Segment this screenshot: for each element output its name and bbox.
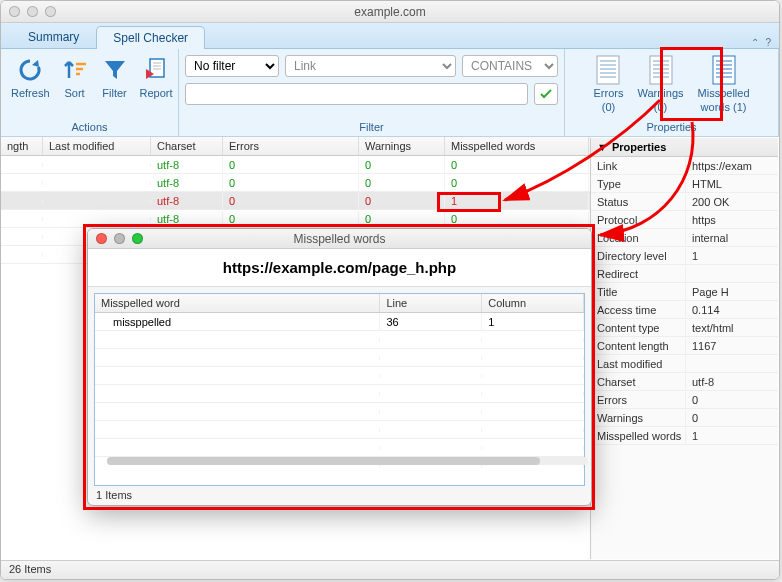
- col-column[interactable]: Column: [482, 294, 584, 312]
- close-icon[interactable]: [96, 233, 107, 244]
- document-icon: [646, 55, 676, 85]
- table-row[interactable]: utf-8000: [1, 210, 591, 228]
- filter-caption: Filter: [179, 119, 564, 136]
- property-row: Protocolhttps: [591, 211, 778, 229]
- property-row: Linkhttps://exam: [591, 157, 778, 175]
- misspelled-button[interactable]: Misspelled words (1): [694, 53, 754, 115]
- property-row: TitlePage H: [591, 283, 778, 301]
- filter-preset-select[interactable]: No filter: [185, 55, 279, 77]
- col-line[interactable]: Line: [380, 294, 482, 312]
- document-icon: [593, 55, 623, 85]
- property-row: Warnings0: [591, 409, 778, 427]
- check-icon: [539, 87, 553, 101]
- document-icon: [709, 55, 739, 85]
- property-row: Status200 OK: [591, 193, 778, 211]
- filter-icon: [100, 55, 130, 85]
- dialog-title: Misspelled words: [293, 232, 385, 246]
- help-icon[interactable]: ?: [765, 37, 771, 48]
- refresh-button[interactable]: Refresh: [7, 53, 54, 101]
- property-row: Redirect: [591, 265, 778, 283]
- disclosure-icon: ▼: [597, 141, 608, 153]
- table-row[interactable]: utf-8001: [1, 192, 591, 210]
- col-warnings[interactable]: Warnings: [359, 137, 445, 155]
- close-icon[interactable]: [9, 6, 20, 17]
- minimize-icon[interactable]: [114, 233, 125, 244]
- window-title: example.com: [354, 5, 425, 19]
- property-row: Charsetutf-8: [591, 373, 778, 391]
- tab-summary[interactable]: Summary: [11, 25, 96, 48]
- property-row: Misspelled words1: [591, 427, 778, 445]
- misspelled-table: Misspelled word Line Column missppelled3…: [94, 293, 585, 486]
- property-row: TypeHTML: [591, 175, 778, 193]
- col-errors[interactable]: Errors: [223, 137, 359, 155]
- col-charset[interactable]: Charset: [151, 137, 223, 155]
- collapse-icon[interactable]: ⌃: [751, 37, 759, 48]
- property-row: Access time0.114: [591, 301, 778, 319]
- table-row[interactable]: utf-8000: [1, 174, 591, 192]
- filter-button[interactable]: Filter: [96, 53, 134, 101]
- filter-text-input[interactable]: [185, 83, 528, 105]
- minimize-icon[interactable]: [27, 6, 38, 17]
- toolbar: Refresh Sort Filter Report Actions: [1, 49, 779, 137]
- tab-spell-checker[interactable]: Spell Checker: [96, 26, 205, 49]
- property-row: Content typetext/html: [591, 319, 778, 337]
- statusbar: 26 Items: [1, 560, 779, 579]
- misspelled-words-dialog: Misspelled words https://example.com/pag…: [87, 228, 592, 506]
- col-word[interactable]: Misspelled word: [95, 294, 380, 312]
- property-row: Content length1167: [591, 337, 778, 355]
- svg-rect-2: [650, 56, 672, 84]
- filter-operator-select[interactable]: CONTAINS: [462, 55, 558, 77]
- warnings-button[interactable]: Warnings (0): [633, 53, 687, 115]
- property-row: Errors0: [591, 391, 778, 409]
- sort-button[interactable]: Sort: [56, 53, 94, 101]
- report-icon: [141, 55, 171, 85]
- properties-header[interactable]: ▼ Properties: [591, 138, 778, 157]
- filter-apply-button[interactable]: [534, 83, 558, 105]
- zoom-icon[interactable]: [45, 6, 56, 17]
- col-lastmodified[interactable]: Last modified: [43, 137, 151, 155]
- properties-caption: Properties: [565, 119, 778, 136]
- filter-field-select[interactable]: Link: [285, 55, 456, 77]
- refresh-icon: [15, 55, 45, 85]
- svg-rect-1: [597, 56, 619, 84]
- table-row[interactable]: missppelled361: [95, 313, 584, 331]
- report-button[interactable]: Report: [136, 53, 177, 101]
- sort-icon: [60, 55, 90, 85]
- dialog-url: https://example.com/page_h.php: [88, 249, 591, 287]
- tabbar: Summary Spell Checker ⌃ ?: [1, 23, 779, 49]
- dialog-footer: 1 Items: [96, 489, 132, 501]
- svg-rect-3: [713, 56, 735, 84]
- properties-panel: ▼ Properties Linkhttps://examTypeHTMLSta…: [590, 138, 778, 559]
- errors-button[interactable]: Errors (0): [589, 53, 627, 115]
- titlebar: example.com: [1, 1, 779, 23]
- scrollbar[interactable]: [107, 457, 588, 465]
- actions-caption: Actions: [1, 119, 178, 136]
- col-ngth[interactable]: ngth: [1, 137, 43, 155]
- property-row: Directory level1: [591, 247, 778, 265]
- property-row: Last modified: [591, 355, 778, 373]
- zoom-icon[interactable]: [132, 233, 143, 244]
- table-row[interactable]: utf-8000: [1, 156, 591, 174]
- property-row: Locationinternal: [591, 229, 778, 247]
- col-misspelled[interactable]: Misspelled words: [445, 137, 589, 155]
